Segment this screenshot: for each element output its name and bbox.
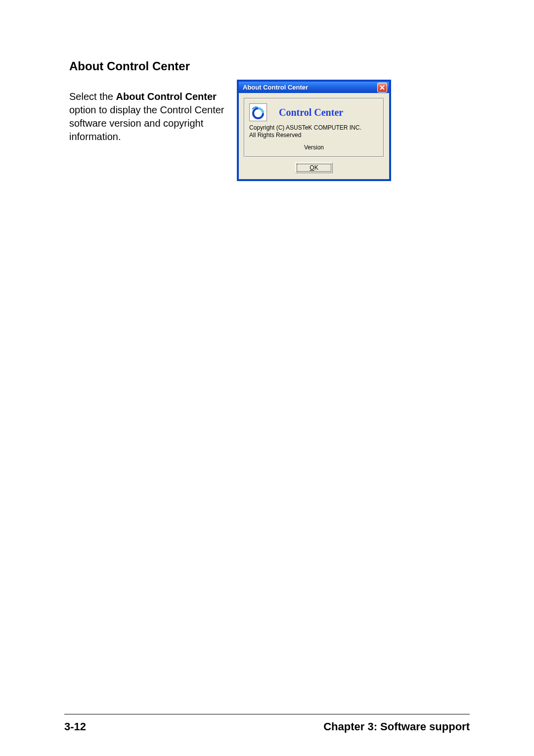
copyright-line-2: All Rights Reserved xyxy=(249,132,379,139)
logo-row: Control Center xyxy=(249,103,379,121)
section-heading: About Control Center xyxy=(69,59,470,73)
close-button[interactable] xyxy=(377,83,387,93)
page: About Control Center Select the About Co… xyxy=(0,0,534,756)
description-paragraph: Select the About Control Center option t… xyxy=(69,90,232,143)
footer-rule xyxy=(64,714,470,714)
copyright-text: Copyright (C) ASUSTeK COMPUTER INC. All … xyxy=(249,124,379,139)
version-label: Version xyxy=(249,144,379,151)
ok-label: OK xyxy=(310,164,318,171)
page-number: 3-12 xyxy=(64,720,86,733)
svg-point-3 xyxy=(252,108,254,110)
svg-point-5 xyxy=(256,106,257,108)
product-name: Control Center xyxy=(279,107,343,118)
ok-row: OK xyxy=(244,162,384,173)
ok-button[interactable]: OK xyxy=(295,162,333,173)
copyright-line-1: Copyright (C) ASUSTeK COMPUTER INC. xyxy=(249,124,379,132)
dialog-body: Control Center Copyright (C) ASUSTeK COM… xyxy=(239,93,389,179)
chapter-title: Chapter 3: Software support xyxy=(323,720,470,733)
app-logo xyxy=(249,103,267,121)
info-panel: Control Center Copyright (C) ASUSTeK COM… xyxy=(244,98,384,157)
control-center-icon xyxy=(251,105,266,120)
close-icon xyxy=(379,85,385,91)
content-row: Select the About Control Center option t… xyxy=(69,80,470,181)
svg-point-4 xyxy=(254,107,255,108)
description-bold: About Control Center xyxy=(116,91,217,102)
dialog-titlebar[interactable]: About Control Center xyxy=(239,80,389,93)
description-prefix: Select the xyxy=(69,91,116,102)
dialog-title: About Control Center xyxy=(243,84,308,91)
description-rest: option to display the Control Center sof… xyxy=(69,104,224,142)
about-dialog: About Control Center xyxy=(237,80,391,181)
page-footer: 3-12 Chapter 3: Software support xyxy=(64,720,470,733)
